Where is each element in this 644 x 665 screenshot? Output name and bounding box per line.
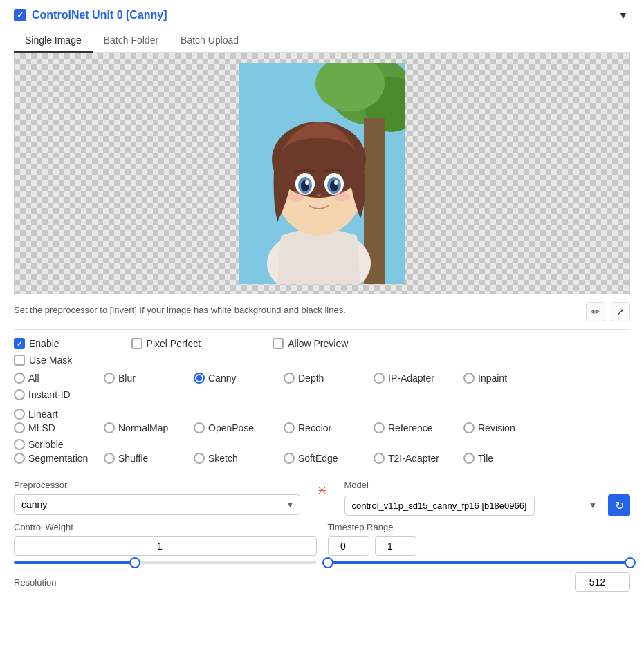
radio-sketch[interactable]: Sketch — [194, 453, 284, 464]
preprocessor-model-row: Preprocessor canny ▼ ✳ Model control_v11… — [14, 480, 630, 516]
fire-star-button[interactable]: ✳ — [311, 480, 333, 502]
allow-preview-box[interactable] — [273, 338, 284, 349]
radio-reference-circle[interactable] — [374, 422, 385, 433]
use-mask-box[interactable] — [14, 355, 25, 366]
tab-batch-upload[interactable]: Batch Upload — [169, 29, 250, 53]
radio-tile-circle[interactable] — [463, 453, 475, 464]
control-weight-slider[interactable] — [14, 561, 317, 564]
radio-segmentation-circle[interactable] — [14, 453, 25, 464]
radio-ip-adapter[interactable]: IP-Adapter — [374, 373, 463, 384]
radio-openpose-circle[interactable] — [194, 422, 205, 433]
radio-recolor[interactable]: Recolor — [284, 422, 374, 433]
radio-recolor-circle[interactable] — [284, 422, 295, 433]
timestep-inputs — [328, 536, 631, 556]
timestep-label: Timestep Range — [328, 522, 631, 532]
radio-instant-id-label: Instant-ID — [28, 389, 71, 400]
tab-batch-folder[interactable]: Batch Folder — [93, 29, 169, 53]
refresh-model-button[interactable]: ↻ — [608, 494, 630, 516]
control-weight-fill — [14, 561, 135, 564]
radio-shuffle-circle[interactable] — [104, 453, 115, 464]
collapse-arrow[interactable]: ▼ — [616, 8, 630, 22]
radio-revision-circle[interactable] — [463, 422, 475, 433]
use-mask-checkbox[interactable]: Use Mask — [14, 355, 630, 366]
control-weight-group: Control Weight — [14, 522, 317, 564]
radio-normalmap[interactable]: NormalMap — [104, 422, 194, 433]
radio-reference[interactable]: Reference — [374, 422, 463, 433]
timestep-start-input[interactable] — [328, 536, 369, 556]
radio-openpose-label: OpenPose — [208, 422, 254, 433]
model-group: Model control_v11p_sd15_canny_fp16 [b18e… — [344, 480, 631, 516]
radio-normalmap-label: NormalMap — [118, 422, 168, 433]
radio-all[interactable]: All — [14, 373, 104, 384]
pixel-perfect-box[interactable] — [131, 338, 142, 349]
radio-lineart[interactable]: Lineart — [14, 409, 104, 420]
timestep-thumb-end[interactable] — [625, 557, 636, 568]
unit-enable-checkbox[interactable] — [14, 9, 26, 21]
divider-1 — [14, 329, 630, 330]
radio-revision[interactable]: Revision — [463, 422, 553, 433]
timestep-end-input[interactable] — [375, 536, 416, 556]
radio-sketch-circle[interactable] — [194, 453, 205, 464]
radio-blur[interactable]: Blur — [104, 373, 194, 384]
header-title: ControlNet Unit 0 [Canny] — [14, 9, 167, 21]
radio-scribble[interactable]: Scribble — [14, 439, 104, 450]
pixel-perfect-checkbox[interactable]: Pixel Perfect — [131, 338, 201, 349]
image-drop-zone[interactable] — [14, 53, 630, 294]
timestep-thumb-start[interactable] — [322, 557, 333, 568]
divider-2 — [14, 471, 630, 471]
radio-mlsd[interactable]: MLSD — [14, 422, 104, 433]
enable-checkbox[interactable]: Enable — [14, 338, 59, 349]
preview-image — [239, 63, 405, 284]
radio-segmentation[interactable]: Segmentation — [14, 453, 104, 464]
radio-canny[interactable]: Canny — [194, 373, 284, 384]
radio-scribble-label: Scribble — [28, 439, 64, 450]
radio-row-3: Segmentation Shuffle Sketch SoftEdge T2I… — [14, 453, 630, 464]
radio-inpaint-label: Inpaint — [478, 373, 507, 384]
radio-canny-circle[interactable] — [194, 373, 205, 384]
control-weight-thumb[interactable] — [129, 557, 140, 568]
radio-reference-label: Reference — [388, 422, 433, 433]
radio-t2i-adapter[interactable]: T2I-Adapter — [374, 453, 463, 464]
radio-tile[interactable]: Tile — [463, 453, 553, 464]
radio-mlsd-circle[interactable] — [14, 422, 25, 433]
radio-normalmap-circle[interactable] — [104, 422, 115, 433]
radio-t2i-adapter-label: T2I-Adapter — [388, 453, 439, 464]
radio-softedge[interactable]: SoftEdge — [284, 453, 374, 464]
radio-depth-circle[interactable] — [284, 373, 295, 384]
radio-ip-adapter-circle[interactable] — [374, 373, 385, 384]
timestep-slider[interactable] — [328, 561, 631, 564]
radio-tile-label: Tile — [478, 453, 493, 464]
resolution-input[interactable] — [575, 572, 630, 592]
preprocessor-label: Preprocessor — [14, 480, 300, 490]
weight-timestep-row: Control Weight Timestep Range — [14, 522, 630, 564]
radio-row-1b: Lineart — [14, 403, 630, 420]
model-label: Model — [344, 480, 631, 490]
radio-depth[interactable]: Depth — [284, 373, 374, 384]
radio-blur-label: Blur — [118, 373, 136, 384]
expand-icon-button[interactable]: ↗ — [611, 302, 630, 321]
radio-inpaint-circle[interactable] — [463, 373, 475, 384]
radio-t2i-adapter-circle[interactable] — [374, 453, 385, 464]
radio-lineart-circle[interactable] — [14, 409, 25, 420]
tab-single-image[interactable]: Single Image — [14, 29, 93, 53]
radio-instant-id[interactable]: Instant-ID — [14, 389, 104, 400]
hint-text: Set the preprocessor to [invert] If your… — [14, 304, 346, 317]
allow-preview-label: Allow Preview — [288, 338, 348, 349]
edit-icon-button[interactable]: ✏ — [586, 302, 605, 321]
model-select[interactable]: control_v11p_sd15_canny_fp16 [b18e0966] — [344, 496, 535, 516]
radio-all-circle[interactable] — [14, 373, 25, 384]
radio-inpaint[interactable]: Inpaint — [463, 373, 553, 384]
radio-scribble-circle[interactable] — [14, 439, 25, 450]
radio-softedge-circle[interactable] — [284, 453, 295, 464]
control-weight-input[interactable] — [14, 536, 317, 556]
radio-instant-id-circle[interactable] — [14, 389, 25, 400]
radio-shuffle[interactable]: Shuffle — [104, 453, 194, 464]
radio-blur-circle[interactable] — [104, 373, 115, 384]
allow-preview-checkbox[interactable]: Allow Preview — [273, 338, 348, 349]
enable-checkbox-box[interactable] — [14, 338, 25, 349]
radio-openpose[interactable]: OpenPose — [194, 422, 284, 433]
radio-recolor-label: Recolor — [298, 422, 331, 433]
radio-shuffle-label: Shuffle — [118, 453, 148, 464]
svg-point-18 — [333, 191, 350, 201]
preprocessor-select[interactable]: canny — [14, 494, 300, 515]
